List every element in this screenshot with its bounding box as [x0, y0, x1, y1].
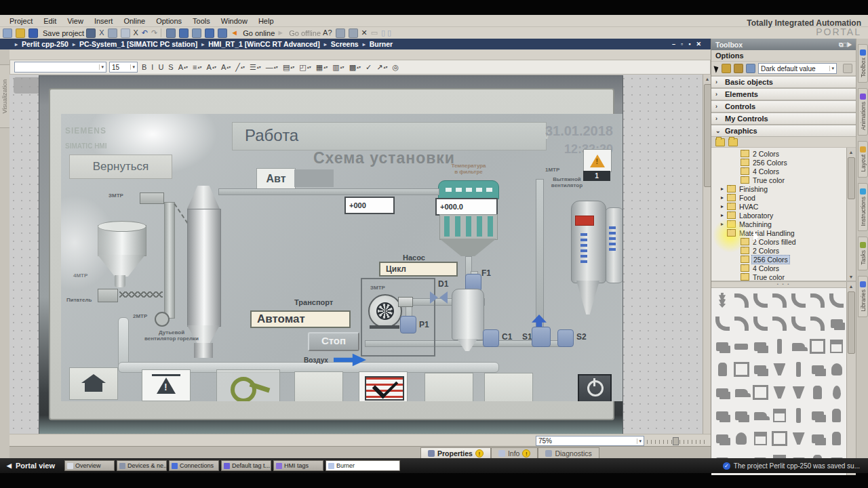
pipe-elbow-graphic[interactable] — [808, 312, 827, 335]
cabinet-graphic[interactable] — [789, 358, 808, 381]
format-tool-button[interactable]: I▴▾ — [150, 62, 155, 73]
toolbox-section-header[interactable]: › Controls — [711, 100, 856, 113]
format-tool-button[interactable]: A▴▾ — [177, 62, 189, 73]
cart-graphic[interactable] — [789, 335, 808, 358]
pipe-elbow-graphic[interactable] — [751, 289, 770, 312]
taskbar-tab[interactable]: Default tag t... — [221, 460, 271, 471]
menu-item[interactable]: Window — [216, 17, 253, 25]
format-tool-button[interactable]: ▩▴▾ — [348, 62, 362, 73]
sep-1[interactable] — [161, 28, 164, 37]
frame-graphic[interactable] — [732, 358, 751, 381]
format-tool-button[interactable]: ✓▴▾ — [364, 62, 373, 73]
menu-item[interactable]: View — [62, 17, 89, 25]
menu-item[interactable]: Online — [118, 17, 151, 25]
save-project-label[interactable]: Save project — [41, 28, 84, 38]
bin-graphic[interactable] — [808, 381, 827, 404]
go-online-icon[interactable]: ◄ — [231, 28, 239, 38]
go-online-label[interactable]: Go online — [241, 28, 275, 38]
palette-scrollbar[interactable]: ▲ ▼ — [846, 282, 856, 475]
side-panel-tab[interactable]: Tasks — [858, 237, 868, 270]
pipe-elbow-graphic[interactable] — [732, 289, 751, 312]
tree-item[interactable]: 4 Colors — [711, 264, 847, 272]
taskbar-tab[interactable]: Burner — [326, 460, 400, 471]
press-graphic[interactable] — [751, 335, 770, 358]
sled-graphic[interactable] — [751, 404, 770, 427]
select-cursor-icon[interactable] — [713, 64, 719, 73]
new-folder-icon[interactable] — [715, 138, 725, 146]
go-offline-label[interactable]: Go offline — [288, 28, 321, 38]
menu-item[interactable]: Project — [4, 17, 38, 25]
tree-item[interactable]: HVAC — [711, 202, 847, 211]
print-icon[interactable] — [86, 28, 97, 38]
column-graphic[interactable] — [770, 335, 789, 358]
format-tool-button[interactable]: B▴▾ — [140, 62, 148, 73]
screw-feeder-graphic[interactable] — [713, 289, 732, 312]
palette-resize-handle[interactable]: • • • — [711, 282, 856, 288]
table-tool-icon[interactable] — [746, 64, 755, 73]
loom-graphic[interactable] — [751, 358, 770, 381]
stamp-tool-icon[interactable] — [722, 64, 731, 73]
window-split-icon[interactable] — [336, 28, 347, 38]
toolbox-section-header[interactable]: › My Controls — [711, 113, 856, 125]
pipe-elbow-graphic[interactable] — [713, 312, 732, 335]
pump-graphic[interactable] — [732, 427, 751, 450]
pipe-elbow-graphic[interactable] — [789, 312, 808, 335]
menu-item[interactable]: Insert — [89, 17, 119, 25]
simulate-icon[interactable] — [218, 28, 229, 38]
expand-arrow-icon[interactable] — [721, 221, 727, 227]
tree-item[interactable]: Machining — [711, 220, 847, 228]
tree-item[interactable]: 256 Colors — [711, 255, 847, 264]
scroll-up-icon[interactable]: ▲ — [847, 282, 855, 290]
tree-item[interactable]: True color — [711, 272, 847, 281]
format-tool-button[interactable]: ▦▴▾ — [315, 62, 329, 73]
paste-icon[interactable] — [121, 28, 132, 38]
compile-icon[interactable] — [166, 28, 177, 38]
side-panel-tab[interactable]: Libraries — [858, 276, 868, 317]
scroll-down-icon[interactable]: ▼ — [847, 272, 855, 281]
camera-box-graphic[interactable] — [808, 404, 827, 427]
red-funnel-graphic[interactable] — [827, 381, 846, 404]
inspector-tab[interactable]: Properties ! — [420, 447, 491, 459]
tab-visualization[interactable]: Visualization — [0, 64, 10, 128]
breadcrumb-item[interactable]: Burner — [359, 40, 393, 48]
side-panel-tab[interactable]: Toolbox — [858, 44, 868, 83]
format-tool-button[interactable]: ╱▴▾ — [234, 62, 246, 73]
blue-tank-graphic[interactable] — [827, 427, 846, 450]
green-hopper-graphic[interactable] — [789, 381, 808, 404]
pipe-elbow-graphic[interactable] — [770, 289, 789, 312]
menu-item[interactable]: Tools — [187, 17, 216, 25]
format-tool-button[interactable]: ◎▴▾ — [391, 62, 401, 73]
sifter-graphic[interactable] — [808, 358, 827, 381]
format-tool-button[interactable]: S▴▾ — [167, 62, 174, 73]
tree-item[interactable]: 256 Colors — [711, 158, 847, 167]
panel-control-icon[interactable]: ▶ — [847, 41, 852, 48]
split-h-icon[interactable]: ▭ — [371, 28, 379, 38]
cut-icon[interactable]: X — [99, 28, 105, 38]
diagnostics-icon[interactable]: A? — [323, 28, 333, 38]
side-panel-tab[interactable]: Layout — [858, 141, 868, 178]
jar-graphic[interactable] — [713, 358, 732, 381]
zoom-slider[interactable] — [647, 440, 705, 444]
dome-mill-graphic[interactable] — [827, 358, 846, 381]
hmi-photo-object[interactable]: SIEMENS SIMATIC HMI Работа ∨ 31.01.2018 … — [39, 76, 623, 445]
hopper-graphic[interactable] — [789, 427, 808, 450]
oven-graphic[interactable] — [770, 427, 789, 450]
tree-item[interactable]: Material Handling — [711, 228, 847, 237]
save-project-icon[interactable] — [28, 28, 39, 38]
format-tool-button[interactable]: ▥▴▾ — [331, 62, 345, 73]
barrel-graphic[interactable] — [827, 404, 846, 427]
inspector-tab[interactable]: Diagnostics ! — [538, 447, 599, 459]
tree-item[interactable]: Laboratory — [711, 211, 847, 220]
expand-arrow-icon[interactable] — [721, 186, 727, 192]
side-panel-tab[interactable]: Animations — [858, 88, 868, 136]
style-dropdown[interactable]: Dark default value ▾ — [758, 63, 837, 74]
upload-icon[interactable] — [192, 28, 203, 38]
taskbar-tab[interactable]: HMI tags — [273, 460, 323, 471]
parts-graphic[interactable] — [732, 381, 751, 404]
copy-icon[interactable] — [108, 28, 119, 38]
pipe-elbow-graphic[interactable] — [789, 289, 808, 312]
format-tool-button[interactable]: A▴▾ — [205, 62, 218, 73]
sieve-graphic[interactable] — [770, 381, 789, 404]
press-graphic[interactable] — [713, 427, 732, 450]
taskbar-tab[interactable]: Devices & ne... — [117, 460, 167, 471]
